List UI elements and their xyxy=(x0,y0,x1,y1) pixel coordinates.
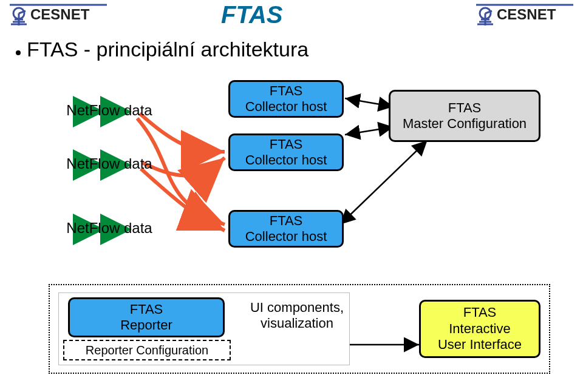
collector-1-line2: Collector host xyxy=(245,99,327,114)
master-line2: Master Configuration xyxy=(403,116,527,131)
interactive-line1: FTAS xyxy=(463,305,497,320)
master-configuration-box: FTAS Master Configuration xyxy=(389,90,540,142)
interactive-line2: Interactive xyxy=(449,321,511,336)
netflow-label-3: NetFlow data xyxy=(61,220,158,237)
interactive-ui-box: FTAS Interactive User Interface xyxy=(419,300,540,358)
uicomp-line2: visualization xyxy=(261,316,333,331)
reporter-configuration-box: Reporter Configuration xyxy=(63,340,231,360)
svg-line-15 xyxy=(345,127,390,135)
reporter-line1: FTAS xyxy=(130,302,163,317)
collector-host-box-2: FTAS Collector host xyxy=(228,133,344,171)
collector-3-line2: Collector host xyxy=(245,229,327,244)
netflow-label-2: NetFlow data xyxy=(61,155,158,173)
collector-host-box-3: FTAS Collector host xyxy=(228,210,344,248)
uicomp-line1: UI components, xyxy=(250,300,344,315)
svg-line-16 xyxy=(340,143,425,225)
ui-components-label: UI components, visualization xyxy=(242,300,352,332)
collector-3-line1: FTAS xyxy=(270,213,303,228)
reporter-line2: Reporter xyxy=(120,317,172,333)
svg-line-14 xyxy=(345,98,390,106)
collector-host-box-1: FTAS Collector host xyxy=(228,80,344,118)
master-line1: FTAS xyxy=(448,100,482,115)
netflow-label-1: NetFlow data xyxy=(61,102,158,120)
collector-2-line2: Collector host xyxy=(245,152,327,167)
collector-2-line1: FTAS xyxy=(270,137,303,152)
collector-1-line1: FTAS xyxy=(270,83,303,98)
interactive-line3: User Interface xyxy=(438,337,522,352)
reporter-configuration-label: Reporter Configuration xyxy=(86,343,208,357)
reporter-box: FTAS Reporter xyxy=(68,297,225,337)
